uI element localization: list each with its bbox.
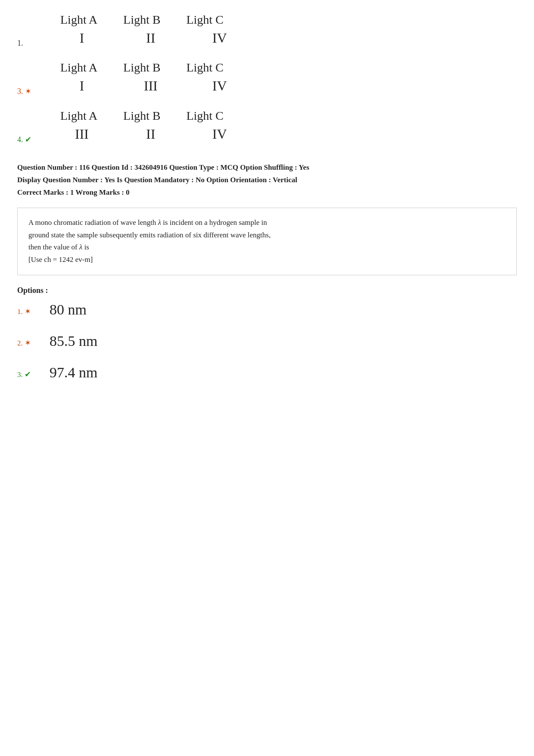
option-1-table: Light A Light B Light C I II IV (60, 13, 237, 46)
option-4-headers: Light A Light B Light C (60, 109, 237, 123)
header-light-a: Light A (60, 13, 97, 27)
header-4-light-c: Light C (186, 109, 224, 123)
option-3-headers: Light A Light B Light C (60, 61, 237, 75)
cross-icon-3: ✶ (25, 87, 31, 96)
option-1-number: 1. (17, 13, 39, 48)
lambda-symbol: λ (158, 218, 161, 227)
val-1-b: II (134, 30, 168, 46)
header-3-light-a: Light A (60, 61, 97, 75)
option-4-number: 4. ✔ (17, 109, 39, 144)
question-line2: ground state the sample subsequently emi… (28, 229, 506, 242)
mcq-option-3-number: 3. ✔ (17, 370, 37, 381)
question-body: A mono chromatic radiation of wave lengt… (17, 208, 517, 276)
question-meta: Question Number : 116 Question Id : 3426… (17, 162, 517, 199)
header-4-light-a: Light A (60, 109, 97, 123)
option-3-number: 3. ✶ (17, 61, 39, 96)
val-3-c: IV (202, 78, 237, 94)
lambda-symbol-2: λ (79, 243, 82, 251)
val-1-c: IV (202, 30, 237, 46)
option-4-values: III II IV (60, 126, 237, 142)
mcq-option-3: 3. ✔ 97.4 nm (17, 364, 517, 381)
question-line4: [Use ch = 1242 ev-m] (28, 254, 506, 266)
options-label: Options : (17, 286, 517, 295)
header-3-light-b: Light B (123, 61, 160, 75)
check-icon-4: ✔ (25, 135, 31, 144)
cross-icon-mcq-2: ✶ (25, 339, 31, 347)
page-content: { "prev_options": [ { "number": "1.", "s… (17, 13, 517, 381)
prev-option-4: 4. ✔ Light A Light B Light C III II IV (17, 109, 517, 144)
option-1-headers: Light A Light B Light C (60, 13, 237, 27)
question-line1: A mono chromatic radiation of wave lengt… (28, 217, 506, 229)
mcq-option-3-value: 97.4 nm (50, 364, 97, 381)
mcq-option-2-value: 85.5 nm (50, 333, 97, 349)
header-light-b: Light B (123, 13, 160, 27)
header-4-light-b: Light B (123, 109, 160, 123)
val-4-b: II (134, 126, 168, 142)
meta-line2: Display Question Number : Yes Is Questio… (17, 174, 517, 187)
option-3-values: I III IV (60, 78, 237, 94)
question-line3: then the value of λ is (28, 241, 506, 254)
header-light-c: Light C (186, 13, 224, 27)
prev-option-3: 3. ✶ Light A Light B Light C I III IV (17, 61, 517, 96)
val-4-a: III (65, 126, 99, 142)
option-3-table: Light A Light B Light C I III IV (60, 61, 237, 94)
option-1-values: I II IV (60, 30, 237, 46)
option-4-table: Light A Light B Light C III II IV (60, 109, 237, 142)
mcq-option-1: 1. ✶ 80 nm (17, 302, 517, 318)
val-4-c: IV (202, 126, 237, 142)
meta-line1: Question Number : 116 Question Id : 3426… (17, 162, 517, 174)
mcq-option-1-value: 80 nm (50, 302, 87, 318)
header-3-light-c: Light C (186, 61, 224, 75)
val-1-a: I (65, 30, 99, 46)
check-icon-mcq-3: ✔ (25, 370, 31, 379)
cross-icon-mcq-1: ✶ (25, 307, 31, 316)
mcq-option-2-number: 2. ✶ (17, 338, 37, 349)
val-3-a: I (65, 78, 99, 94)
val-3-b: III (134, 78, 168, 94)
mcq-option-1-number: 1. ✶ (17, 307, 37, 318)
mcq-option-2: 2. ✶ 85.5 nm (17, 333, 517, 349)
prev-option-1: 1. Light A Light B Light C I II IV (17, 13, 517, 48)
meta-line3: Correct Marks : 1 Wrong Marks : 0 (17, 187, 517, 199)
